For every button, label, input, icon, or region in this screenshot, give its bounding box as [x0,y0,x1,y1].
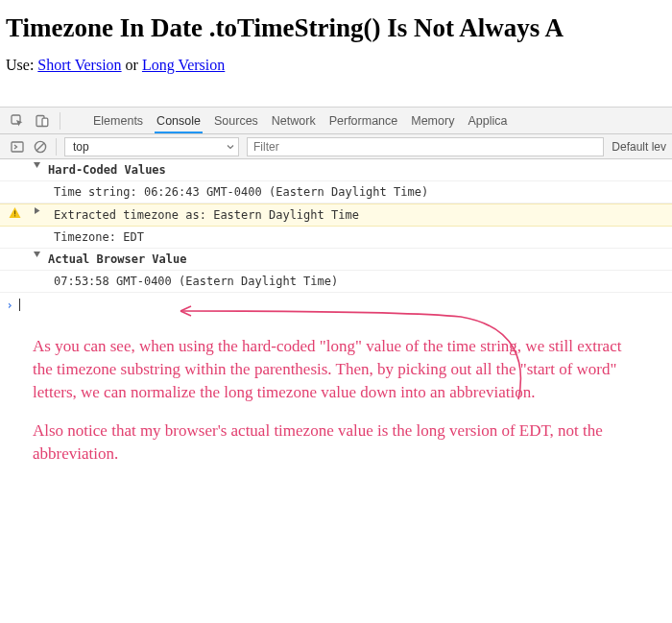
warning-icon [0,206,29,219]
console-text: Extracted timezone as: Eastern Daylight … [48,206,672,224]
use-label: Use: [6,57,37,73]
log-levels-select[interactable]: Default lev [612,140,666,154]
expand-object-icon[interactable] [29,206,48,215]
console-text: Actual Browser Value [48,251,672,268]
console-text: Time string: 06:26:43 GMT-0400 (Eastern … [48,183,672,201]
inspect-element-icon[interactable] [10,113,25,129]
short-version-link[interactable]: Short Version [37,57,121,73]
clear-console-icon[interactable] [33,139,48,155]
device-toolbar-icon[interactable] [35,113,50,129]
tab-console[interactable]: Console [155,108,203,133]
svg-rect-6 [14,210,15,214]
annotation-block: As you can see, when using the hard-code… [0,318,672,466]
tab-performance[interactable]: Performance [327,108,400,132]
console-toolbar: top Default lev [0,134,672,159]
annotation-paragraph: As you can see, when using the hard-code… [33,335,639,404]
tab-network[interactable]: Network [270,108,318,132]
chevron-down-icon [227,143,234,151]
console-messages: Hard-Coded Values Time string: 06:26:43 … [0,159,672,318]
separator-or: or [122,57,142,73]
svg-rect-7 [14,215,15,216]
console-warning-message: Extracted timezone as: Eastern Daylight … [0,204,672,227]
console-text: 07:53:58 GMT-0400 (Eastern Daylight Time… [48,273,672,290]
console-message: 07:53:58 GMT-0400 (Eastern Daylight Time… [0,271,672,293]
use-line: Use: Short Version or Long Version [6,57,666,74]
group-toggle-icon[interactable] [29,161,48,170]
console-prompt[interactable]: › [0,293,672,318]
console-message: Timezone: EDT [0,227,672,249]
console-text: Timezone: EDT [48,228,672,246]
prompt-chevron-icon: › [0,297,19,314]
svg-line-5 [36,143,44,151]
console-text: Hard-Coded Values [48,161,672,179]
execution-context-select[interactable]: top [64,137,239,156]
group-toggle-icon[interactable] [29,251,48,259]
divider [60,112,60,130]
prompt-input[interactable] [19,297,672,314]
console-group-header[interactable]: Actual Browser Value [0,249,672,271]
long-version-link[interactable]: Long Version [142,57,225,73]
tab-elements[interactable]: Elements [91,108,145,132]
divider [56,138,57,156]
devtools-panel: Elements Console Sources Network Perform… [0,107,672,318]
annotation-paragraph: Also notice that my browser's actual tim… [33,419,639,466]
tab-sources[interactable]: Sources [212,108,260,132]
log-levels-label: Default lev [612,140,666,154]
filter-input[interactable] [247,137,604,156]
page-title: Timezone In Date .toTimeString() Is Not … [6,13,666,43]
text-cursor [19,299,20,311]
tab-application[interactable]: Applica [466,108,509,132]
tab-memory[interactable]: Memory [409,108,456,132]
devtools-tabs: Elements Console Sources Network Perform… [0,108,672,134]
execution-context-value: top [73,140,89,154]
console-group-header[interactable]: Hard-Coded Values [0,159,672,181]
show-console-sidebar-icon[interactable] [10,139,25,155]
svg-rect-2 [42,118,48,126]
console-message: Time string: 06:26:43 GMT-0400 (Eastern … [0,181,672,204]
